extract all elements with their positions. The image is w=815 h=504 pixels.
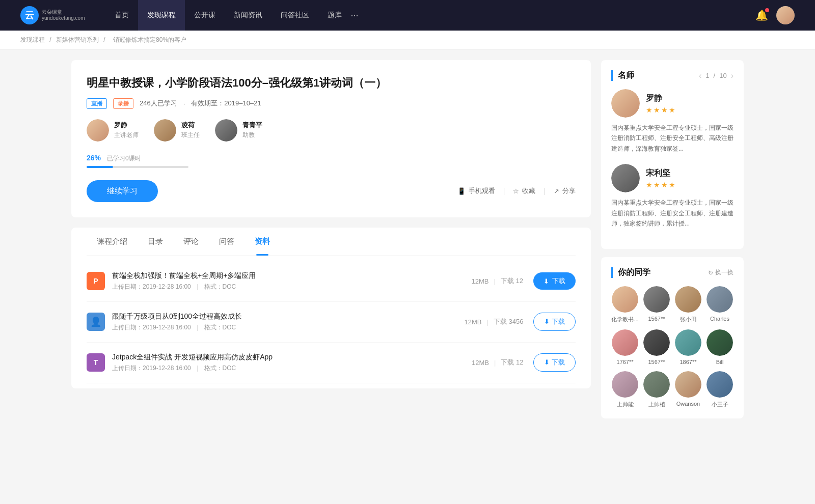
classmate-name: Charles bbox=[710, 316, 729, 322]
teachers-panel: 名师 ‹ 1 / 10 › 罗静 ★★★★ bbox=[601, 60, 744, 249]
classmate-avatar bbox=[612, 329, 638, 356]
teacher-card-name-0: 罗静 bbox=[646, 93, 676, 104]
breadcrumb-link-series[interactable]: 新媒体营销系列 bbox=[56, 36, 99, 43]
nav-qa[interactable]: 问答社区 bbox=[271, 0, 318, 31]
tab-qa[interactable]: 问答 bbox=[209, 228, 244, 256]
teacher-card-header-1: 宋利坚 ★★★★ bbox=[611, 164, 734, 192]
logo-icon: 云 bbox=[20, 6, 39, 24]
file-item: P 前端全栈加强版！前端全栈+全周期+多端应用 上传日期：2019-12-28 … bbox=[87, 261, 576, 302]
nav-more[interactable]: ··· bbox=[351, 10, 359, 21]
bell-icon[interactable]: 🔔 bbox=[755, 9, 768, 21]
classmate[interactable]: 1767** bbox=[611, 329, 639, 365]
prev-btn[interactable]: ‹ bbox=[699, 71, 701, 80]
learner-count: 246人已学习 bbox=[140, 99, 177, 108]
nav-discover[interactable]: 发现课程 bbox=[138, 0, 185, 31]
teacher-card-desc-1: 国内某重点大学安全工程专业硕士，国家一级注册消防工程师、注册安全工程师、注册建造… bbox=[611, 198, 734, 229]
nav-quiz[interactable]: 题库 bbox=[318, 0, 351, 31]
classmate[interactable]: Charles bbox=[706, 286, 734, 323]
favorite-btn[interactable]: ☆ 收藏 bbox=[513, 186, 535, 195]
classmate-avatar bbox=[612, 286, 638, 313]
file-name-0: 前端全栈加强版！前端全栈+全周期+多端应用 bbox=[112, 271, 472, 281]
progress-text: 已学习0课时 bbox=[107, 155, 141, 162]
download-btn-2[interactable]: ⬇ 下载 bbox=[533, 353, 576, 372]
teacher-avatar-1 bbox=[154, 119, 176, 142]
progress-pct: 26% bbox=[87, 154, 101, 162]
avatar-image bbox=[776, 6, 795, 24]
nav-open[interactable]: 公开课 bbox=[185, 0, 225, 31]
teacher-0: 罗静 主讲老师 bbox=[87, 119, 139, 142]
tab-catalog[interactable]: 目录 bbox=[138, 228, 173, 256]
teacher-name-2: 青青平 bbox=[242, 121, 262, 130]
classmate[interactable]: 1567** bbox=[643, 329, 670, 365]
notification-dot bbox=[765, 8, 769, 12]
page-current: 1 bbox=[705, 72, 709, 79]
logo[interactable]: 云 云朵课堂 yundouketang.com bbox=[20, 6, 85, 24]
download-btn-1[interactable]: ⬇ 下载 bbox=[533, 313, 576, 331]
teacher-card-header-0: 罗静 ★★★★ bbox=[611, 89, 734, 118]
breadcrumb-link-discover[interactable]: 发现课程 bbox=[20, 36, 45, 43]
tabs-section: 课程介绍 目录 评论 问答 资料 P 前端全栈加强版！前端全栈+全周期+多端应用… bbox=[71, 228, 591, 388]
tab-materials[interactable]: 资料 bbox=[244, 228, 280, 256]
file-icon-0: P bbox=[87, 272, 105, 290]
main-content: 明星中教授课，小学阶段语法100分–强化级第1讲动词（一） 直播 录播 246人… bbox=[51, 50, 764, 437]
progress-fill bbox=[87, 166, 113, 168]
teacher-avatar-0 bbox=[87, 119, 109, 142]
teacher-card-info-0: 罗静 ★★★★ bbox=[646, 93, 676, 114]
file-meta-2: 上传日期：2019-12-28 16:00 | 格式：DOC bbox=[112, 364, 472, 373]
file-item: 👤 跟随千万级项目从0到100全过程高效成长 上传日期：2019-12-28 1… bbox=[87, 302, 576, 343]
classmate[interactable]: Owanson bbox=[674, 371, 702, 408]
teacher-card-1: 宋利坚 ★★★★ 国内某重点大学安全工程专业硕士，国家一级注册消防工程师、注册安… bbox=[611, 164, 734, 229]
refresh-icon: ↻ bbox=[708, 269, 713, 276]
classmate-name: 化学教书... bbox=[611, 316, 638, 323]
navigation: 云 云朵课堂 yundouketang.com 首页 发现课程 公开课 新闻资讯… bbox=[0, 0, 815, 31]
classmate-avatar bbox=[707, 286, 733, 313]
user-avatar[interactable] bbox=[776, 6, 795, 24]
file-stats-2: 12MB | 下载 12 bbox=[472, 358, 523, 367]
classmate-name: Bill bbox=[716, 359, 724, 365]
nav-home[interactable]: 首页 bbox=[105, 0, 138, 31]
classmates-grid: 化学教书... 1567** 张小田 Charles 1767** bbox=[611, 286, 734, 408]
classmate[interactable]: 化学教书... bbox=[611, 286, 639, 323]
breadcrumb-current: 销冠修炼术搞定80%的客户 bbox=[113, 36, 186, 43]
next-btn[interactable]: › bbox=[731, 71, 734, 80]
teacher-stars-1: ★★★★ bbox=[646, 181, 676, 189]
tab-bar: 课程介绍 目录 评论 问答 资料 bbox=[87, 228, 576, 256]
tab-comments[interactable]: 评论 bbox=[173, 228, 209, 256]
classmate-name: 上帅植 bbox=[648, 401, 665, 408]
download-icon: ⬇ bbox=[544, 277, 549, 285]
teacher-role-1: 班主任 bbox=[181, 131, 200, 139]
valid-until: 有效期至：2019–10–21 bbox=[191, 99, 261, 108]
classmate[interactable]: 1567** bbox=[643, 286, 670, 323]
share-btn[interactable]: ↗ 分享 bbox=[554, 186, 576, 195]
classmate-avatar bbox=[643, 286, 670, 313]
classmate[interactable]: 1867** bbox=[674, 329, 702, 365]
logo-text: 云朵课堂 yundouketang.com bbox=[42, 9, 85, 21]
classmate[interactable]: 上帅能 bbox=[611, 371, 639, 408]
classmate[interactable]: 上帅植 bbox=[643, 371, 670, 408]
breadcrumb: 发现课程 / 新媒体营销系列 / 销冠修炼术搞定80%的客户 bbox=[0, 31, 815, 50]
classmate-avatar bbox=[643, 371, 670, 398]
continue-button[interactable]: 继续学习 bbox=[87, 180, 158, 202]
download-btn-0[interactable]: ⬇ ⬇ 下载 下载 bbox=[533, 272, 576, 290]
course-title: 明星中教授课，小学阶段语法100分–强化级第1讲动词（一） bbox=[87, 75, 576, 91]
classmate[interactable]: Bill bbox=[706, 329, 734, 365]
teacher-card-0: 罗静 ★★★★ 国内某重点大学安全工程专业硕士，国家一级注册消防工程师、注册安全… bbox=[611, 89, 734, 154]
course-meta: 直播 录播 246人已学习 · 有效期至：2019–10–21 bbox=[87, 98, 576, 109]
file-info-1: 跟随千万级项目从0到100全过程高效成长 上传日期：2019-12-28 16:… bbox=[112, 312, 464, 332]
nav-news[interactable]: 新闻资讯 bbox=[225, 0, 271, 31]
classmate-name: 1867** bbox=[680, 359, 696, 365]
classmate[interactable]: 小王子 bbox=[706, 371, 734, 408]
panel-header: 名师 ‹ 1 / 10 › bbox=[611, 70, 734, 81]
teacher-card-name-1: 宋利坚 bbox=[646, 168, 676, 179]
tab-intro[interactable]: 课程介绍 bbox=[87, 228, 138, 256]
classmate-avatar bbox=[675, 286, 701, 313]
file-meta-1: 上传日期：2019-12-28 16:00 | 格式：DOC bbox=[112, 323, 464, 332]
teacher-stars-0: ★★★★ bbox=[646, 106, 676, 114]
star-icon: ☆ bbox=[513, 187, 519, 195]
teacher-2: 青青平 助教 bbox=[215, 119, 262, 142]
file-info-0: 前端全栈加强版！前端全栈+全周期+多端应用 上传日期：2019-12-28 16… bbox=[112, 271, 472, 291]
left-column: 明星中教授课，小学阶段语法100分–强化级第1讲动词（一） 直播 录播 246人… bbox=[71, 60, 591, 427]
refresh-button[interactable]: ↻ 换一换 bbox=[708, 268, 734, 277]
classmate[interactable]: 张小田 bbox=[674, 286, 702, 323]
mobile-watch-btn[interactable]: 📱 手机观看 bbox=[457, 186, 495, 195]
